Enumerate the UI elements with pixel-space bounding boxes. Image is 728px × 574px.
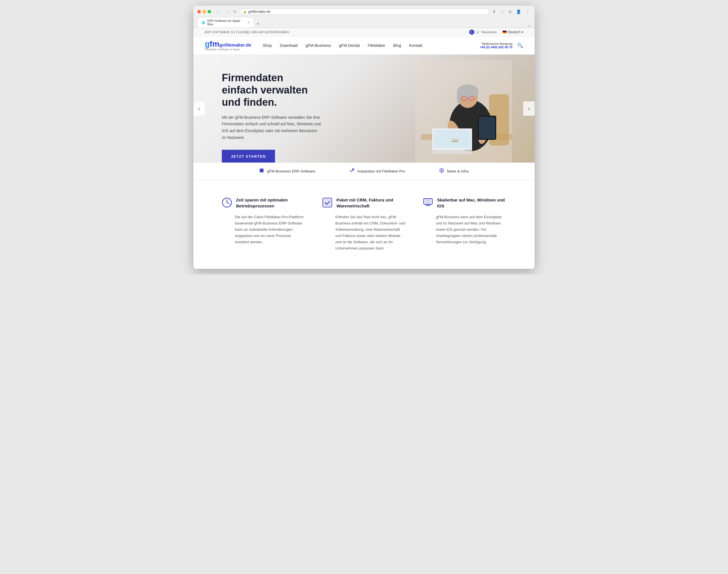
address-bar[interactable]: 🔒 gofilemaker.de	[240, 8, 489, 15]
svg-rect-20	[260, 169, 263, 172]
hero-description: Mit der gFM-Business ERP-Software verwal…	[222, 114, 321, 141]
forward-button[interactable]: →	[224, 9, 230, 14]
feature-item-2[interactable]: News & Infos	[439, 168, 469, 174]
top-tagline: ERP-SOFTWARE SO FLEXIBEL WIE IHR UNTERNE…	[205, 30, 290, 34]
svg-rect-17	[452, 138, 458, 140]
active-tab[interactable]: 🌐 ERP-Software für Apple Mac, ✕	[197, 17, 254, 28]
arrow-right-icon: ›	[528, 106, 530, 112]
info-section: Zeit sparen mit optimalen Betriebsprozes…	[193, 180, 535, 269]
nav-shop[interactable]: Shop	[263, 43, 272, 48]
svg-rect-6	[457, 91, 460, 103]
nav-phone: Telefonische Beratung +49 (0) 4482-562 9…	[480, 42, 512, 49]
info-card-0: Zeit sparen mit optimalen Betriebsprozes…	[222, 197, 305, 252]
feature-bar: gFM-Business ERP-Software Anpassbar mit …	[193, 163, 535, 180]
browser-window: ← → ↻ 🔒 gofilemaker.de ⬆ ☆ ⧉ 👤 ⋮ 🌐 ERP-S…	[193, 6, 535, 269]
info-card-icon-2	[423, 198, 433, 210]
nav-filemaker[interactable]: FileMaker	[368, 43, 385, 48]
profile-button[interactable]: 👤	[515, 9, 522, 14]
feature-icon-1	[349, 168, 354, 174]
nav-download[interactable]: Download	[280, 43, 298, 48]
logo-tagline: FileMaker Software & News	[205, 48, 251, 51]
traffic-lights	[197, 10, 211, 13]
nav-blog[interactable]: Blog	[393, 43, 401, 48]
feature-icon-2	[439, 168, 444, 174]
svg-rect-30	[425, 200, 431, 203]
info-card-icon-1	[322, 198, 333, 210]
feature-item-1[interactable]: Anpassbar mit FileMaker Pro	[349, 168, 405, 174]
feature-label-2: News & Infos	[447, 169, 469, 173]
info-card-header-0: Zeit sparen mit optimalen Betriebsprozes…	[222, 197, 305, 210]
info-card-desc-2: gFM-Business kann auf dem Einzelplatz un…	[423, 214, 506, 245]
url-display: gofilemaker.de	[248, 10, 270, 14]
hero-cta-button[interactable]: JETZT STARTEN	[222, 150, 275, 163]
info-card-title-0: Zeit sparen mit optimalen Betriebsprozes…	[236, 197, 305, 209]
language-label: Deutsch	[508, 30, 521, 34]
info-card-header-2: Skalierbar auf Mac, Windows und iOS	[423, 197, 506, 210]
nav-links: Shop Download gFM-Business gFM-Dental Fi…	[263, 43, 480, 48]
search-button[interactable]: 🔍	[517, 42, 523, 49]
info-card-title-1: Paket mit CRM, Faktura und Warenwirtscha…	[336, 197, 406, 209]
hero-image	[415, 60, 512, 163]
feature-label-1: Anpassbar mit FileMaker Pro	[357, 169, 405, 173]
info-card-desc-0: Die auf der Claris FileMaker-Pro-Plattfo…	[222, 214, 305, 245]
logo[interactable]: gfm gofilemaker.de FileMaker Software & …	[205, 40, 251, 51]
nav-gfm-dental[interactable]: gFM-Dental	[339, 43, 360, 48]
info-card-icon-0	[222, 198, 232, 210]
nav-kontakt[interactable]: Kontakt	[409, 43, 422, 48]
info-card-title-2: Skalierbar auf Mac, Windows und iOS	[437, 197, 506, 209]
website-content: ERP-SOFTWARE SO FLEXIBEL WIE IHR UNTERNE…	[193, 28, 535, 269]
hero-next-button[interactable]: ›	[523, 101, 535, 116]
cart-icon: 🛒	[476, 30, 480, 34]
feature-item-0[interactable]: gFM-Business ERP-Software	[259, 168, 315, 174]
hero-content: Firmendaten einfach verwalten und finden…	[193, 54, 350, 163]
nav-gfm-business[interactable]: gFM-Business	[305, 43, 331, 48]
flag-icon: 🇩🇪	[502, 30, 507, 34]
browser-titlebar: ← → ↻ 🔒 gofilemaker.de ⬆ ☆ ⧉ 👤 ⋮ 🌐 ERP-S…	[193, 6, 535, 28]
lock-icon: 🔒	[243, 10, 246, 13]
cart-count: 0	[471, 31, 473, 34]
new-tab-button[interactable]: +	[254, 20, 261, 28]
tab-favicon: 🌐	[202, 21, 205, 24]
top-bar: ERP-SOFTWARE SO FLEXIBEL WIE IHR UNTERNE…	[193, 28, 535, 37]
browser-tabs: 🌐 ERP-Software für Apple Mac, ✕ + ⌄	[197, 17, 531, 28]
close-button[interactable]	[197, 10, 201, 13]
tabs-button[interactable]: ⧉	[508, 9, 513, 15]
minimize-button[interactable]	[202, 10, 206, 13]
share-button[interactable]: ⬆	[491, 9, 497, 14]
browser-controls: ← → ↻ 🔒 gofilemaker.de ⬆ ☆ ⧉ 👤 ⋮	[197, 8, 531, 15]
hero-section: Firmendaten einfach verwalten und finden…	[193, 54, 535, 163]
logo-text: gfm gofilemaker.de FileMaker Software & …	[205, 40, 251, 51]
phone-label: Telefonische Beratung	[480, 42, 512, 45]
hero-title: Firmendaten einfach verwalten und finden…	[222, 72, 321, 109]
svg-rect-16	[479, 117, 495, 139]
feature-icon-0	[259, 168, 264, 174]
bookmark-button[interactable]: ☆	[499, 9, 505, 14]
language-selector[interactable]: 🇩🇪 Deutsch ▾	[502, 30, 523, 34]
info-card-1: Paket mit CRM, Faktura und Warenwirtscha…	[322, 197, 406, 252]
cart-area[interactable]: 0 🛒 Warenkorb	[469, 30, 497, 35]
main-nav: gfm gofilemaker.de FileMaker Software & …	[193, 37, 535, 54]
reload-button[interactable]: ↻	[232, 9, 238, 14]
menu-button[interactable]: ⋮	[524, 9, 531, 14]
svg-line-26	[227, 203, 229, 204]
logo-gfm: gfm	[205, 40, 219, 48]
svg-rect-27	[323, 198, 332, 207]
phone-number: +49 (0) 4482-562 90 70	[480, 45, 512, 49]
browser-more-button[interactable]: ⌄	[527, 23, 531, 28]
info-card-desc-1: Erfinden Sie das Rad nicht neu. gFM-Busi…	[322, 214, 406, 252]
logo-domain: gofilemaker.de	[219, 43, 251, 48]
back-button[interactable]: ←	[215, 9, 221, 14]
search-icon: 🔍	[517, 43, 523, 48]
cart-badge: 0	[469, 30, 474, 35]
feature-label-0: gFM-Business ERP-Software	[267, 169, 315, 173]
maximize-button[interactable]	[207, 10, 211, 13]
info-card-header-1: Paket mit CRM, Faktura und Warenwirtscha…	[322, 197, 406, 210]
tab-close-button[interactable]: ✕	[247, 21, 250, 25]
svg-rect-18	[452, 141, 458, 142]
language-arrow: ▾	[522, 30, 523, 34]
tab-title: ERP-Software für Apple Mac,	[207, 19, 245, 26]
top-bar-right: 0 🛒 Warenkorb 🇩🇪 Deutsch ▾	[469, 30, 523, 35]
info-card-2: Skalierbar auf Mac, Windows und iOS gFM-…	[423, 197, 506, 252]
cart-label: Warenkorb	[482, 30, 497, 34]
